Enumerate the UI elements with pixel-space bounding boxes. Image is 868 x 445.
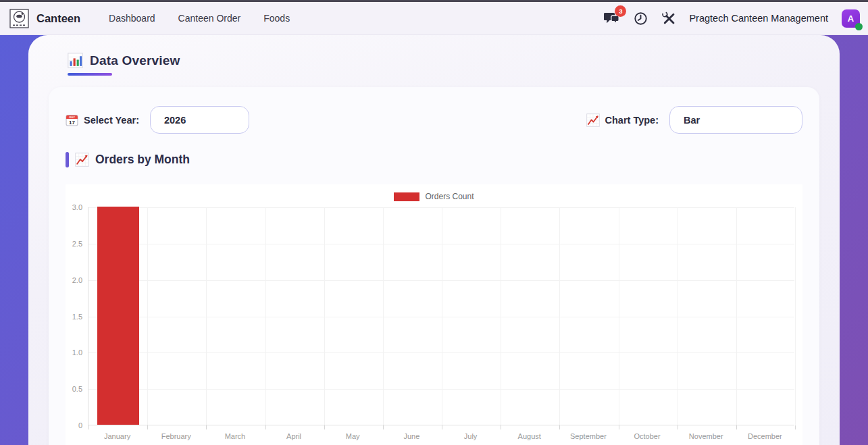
x-tick-label: November — [677, 432, 736, 440]
x-gridline — [619, 207, 619, 425]
navbar-left: Canteen Dashboard Canteen Order Foods — [8, 7, 298, 29]
x-tick-mark — [736, 425, 737, 429]
x-tick-label: February — [147, 432, 205, 440]
y-tick-label: 3.0 — [63, 203, 82, 211]
x-gridline — [265, 207, 266, 425]
activities-button[interactable] — [631, 9, 650, 28]
nav-item-canteen-order[interactable]: Canteen Order — [170, 7, 249, 29]
x-tick-mark — [206, 425, 207, 429]
chart-plot — [88, 207, 794, 425]
x-gridline — [736, 207, 737, 425]
x-tick-mark — [324, 425, 325, 429]
x-tick-label: December — [736, 432, 794, 440]
y-tick-label: 1.5 — [63, 313, 82, 321]
navbar-right: 3 Pragtech Canteen Management A — [603, 9, 860, 28]
x-tick-label: July — [441, 432, 500, 440]
chart-increasing-icon — [586, 113, 600, 127]
messages-button[interactable]: 3 — [603, 9, 621, 28]
messages-badge: 3 — [615, 5, 626, 17]
chart-legend[interactable]: Orders Count — [66, 192, 802, 201]
page-header: Data Overview — [68, 53, 840, 76]
section-title: Orders by Month — [95, 153, 190, 167]
nav-item-dashboard[interactable]: Dashboard — [101, 7, 163, 29]
x-gridline — [501, 207, 501, 425]
select-year-input[interactable] — [150, 106, 249, 134]
page-title: Data Overview — [90, 53, 180, 68]
svg-text:JULY: JULY — [69, 116, 75, 119]
title-underline — [68, 73, 112, 76]
x-gridline — [383, 207, 384, 425]
chart-type-label: Chart Type: — [605, 115, 659, 126]
select-year-label: Select Year: — [84, 115, 139, 126]
x-gridline — [206, 207, 207, 425]
accent-pill — [66, 152, 69, 167]
select-year-filter: JULY 17 Select Year: — [66, 106, 249, 134]
chart-type-input[interactable] — [669, 106, 802, 134]
window-top-strip — [0, 0, 868, 2]
x-gridline — [324, 207, 325, 425]
x-tick-label: April — [265, 432, 324, 440]
x-tick-mark — [619, 425, 619, 429]
chart-bar-january[interactable] — [97, 207, 139, 425]
x-tick-mark — [383, 425, 384, 429]
app-logo[interactable] — [8, 7, 30, 29]
x-tick-label: March — [205, 432, 264, 440]
chart-increasing-icon — [75, 153, 89, 167]
x-tick-mark — [147, 425, 148, 429]
x-tick-label: January — [88, 432, 147, 440]
clock-icon — [634, 11, 648, 26]
y-tick-label: 0.5 — [63, 385, 82, 393]
y-tick-label: 1.0 — [63, 348, 82, 357]
avatar-letter: A — [848, 14, 854, 24]
y-tick-label: 0 — [63, 421, 82, 429]
company-name[interactable]: Pragtech Canteen Management — [689, 13, 828, 24]
x-gridline — [442, 207, 442, 425]
filters-row: JULY 17 Select Year: — [66, 106, 802, 134]
content-card: Data Overview JULY 17 Select Year: — [28, 35, 840, 445]
navbar: Canteen Dashboard Canteen Order Foods 3 — [0, 2, 868, 35]
chart-type-filter: Chart Type: — [586, 106, 803, 134]
x-tick-label: May — [324, 432, 382, 440]
legend-label: Orders Count — [425, 192, 474, 201]
y-tick-label: 2.5 — [63, 240, 82, 248]
x-tick-mark — [501, 425, 501, 429]
x-tick-label: September — [559, 432, 617, 440]
tools-button[interactable] — [659, 9, 678, 28]
x-gridline — [678, 207, 678, 425]
x-tick-mark — [795, 425, 796, 429]
dashboard-panel: JULY 17 Select Year: — [49, 87, 819, 445]
canteen-logo-icon — [9, 8, 30, 29]
calendar-icon: JULY 17 — [66, 113, 78, 126]
x-gridline — [147, 207, 148, 425]
legend-swatch — [394, 192, 419, 201]
crossed-tools-icon — [662, 11, 676, 26]
x-tick-label: August — [500, 432, 559, 440]
svg-text:17: 17 — [69, 120, 75, 126]
x-tick-mark — [559, 425, 560, 429]
x-gridline — [559, 207, 560, 425]
x-tick-mark — [265, 425, 266, 429]
x-gridline — [795, 207, 796, 425]
user-avatar[interactable]: A — [842, 9, 860, 28]
x-tick-label: October — [618, 432, 677, 440]
x-tick-mark — [678, 425, 678, 429]
section-header: Orders by Month — [66, 152, 802, 167]
x-tick-mark — [442, 425, 442, 429]
bar-chart-icon — [68, 53, 83, 68]
x-tick-mark — [88, 425, 89, 429]
orders-chart: Orders Count 00.51.01.52.02.53.0 January… — [66, 184, 802, 445]
screen: Canteen Dashboard Canteen Order Foods 3 — [0, 0, 868, 445]
nav-item-foods[interactable]: Foods — [255, 7, 298, 29]
x-tick-label: June — [382, 432, 441, 440]
y-tick-label: 2.0 — [63, 276, 82, 284]
online-status-dot — [855, 23, 863, 30]
app-name[interactable]: Canteen — [36, 12, 80, 25]
